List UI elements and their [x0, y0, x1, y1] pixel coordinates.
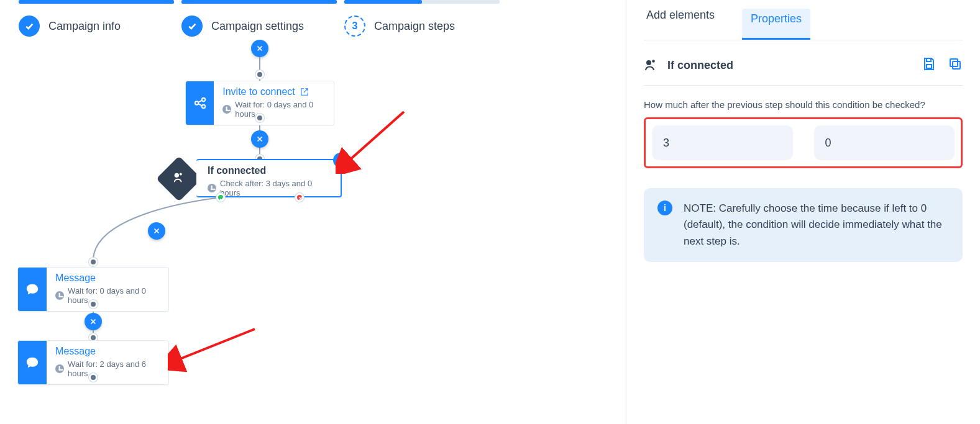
check-icon: [19, 16, 40, 37]
panel-tabs: Add elements Properties: [644, 0, 963, 40]
progress-bar-2: [181, 0, 337, 4]
node-title: Invite to connect: [222, 86, 295, 97]
node-title: Message: [55, 346, 96, 357]
svg-rect-23: [927, 65, 932, 68]
svg-point-21: [646, 60, 651, 65]
progress-bar-3-fg: [344, 0, 422, 4]
chat-icon: [18, 341, 47, 384]
clock-icon: [222, 105, 231, 114]
properties-panel: Add elements Properties If connected How…: [626, 0, 980, 424]
save-icon[interactable]: [922, 56, 936, 74]
node-title: Message: [55, 273, 96, 284]
svg-line-5: [198, 101, 201, 102]
clock-icon: [55, 364, 64, 373]
panel-title: If connected: [667, 59, 733, 72]
clock-icon: [55, 291, 64, 300]
progress-bar-1: [19, 0, 174, 4]
step-number: 3: [344, 16, 365, 37]
note-text: NOTE: Carefully choose the time because …: [684, 201, 949, 250]
condition-icon: [644, 58, 659, 73]
delete-connection-button[interactable]: [85, 313, 102, 330]
node-close-button[interactable]: [333, 153, 348, 168]
days-field: days: [652, 125, 793, 160]
hours-field: hours: [814, 125, 955, 160]
node-subtitle: Wait for: 2 days and 6 hours: [68, 359, 160, 378]
node-subtitle: Wait for: 0 days and 0 hours: [68, 286, 160, 305]
field-question: How much after the previous step should …: [644, 99, 963, 110]
node-if-connected[interactable]: If connected Check after: 3 days and 0 h…: [196, 159, 342, 197]
svg-point-9: [175, 173, 179, 178]
condition-icon: [156, 156, 202, 202]
share-icon: [186, 81, 214, 125]
delete-connection-button[interactable]: [148, 222, 165, 240]
info-icon: i: [657, 201, 672, 215]
node-subtitle: Check after: 3 days and 0 hours: [220, 179, 332, 197]
step-label: Campaign steps: [374, 20, 455, 33]
step-campaign-steps[interactable]: 3 Campaign steps: [344, 16, 455, 37]
port[interactable]: [89, 300, 98, 309]
svg-point-22: [652, 60, 655, 63]
node-subtitle: Wait for: 0 days and 0 hours: [235, 100, 325, 119]
svg-line-19: [348, 112, 404, 161]
delete-connection-button[interactable]: [251, 130, 268, 148]
tab-add-elements[interactable]: Add elements: [644, 9, 717, 40]
check-icon: [181, 16, 203, 37]
svg-rect-24: [953, 61, 960, 69]
port[interactable]: [255, 70, 264, 79]
step-label: Campaign settings: [211, 20, 304, 33]
node-title: If connected: [208, 165, 266, 176]
step-label: Campaign info: [48, 20, 121, 33]
tab-properties[interactable]: Properties: [742, 9, 810, 40]
step-campaign-info[interactable]: Campaign info: [19, 16, 121, 37]
days-input[interactable]: [652, 125, 793, 160]
chat-icon: [18, 268, 47, 311]
port[interactable]: [89, 258, 98, 266]
step-campaign-settings[interactable]: Campaign settings: [181, 16, 304, 37]
time-inputs-highlight: days hours: [644, 117, 963, 168]
svg-line-20: [177, 329, 255, 360]
note-box: i NOTE: Carefully choose the time becaus…: [644, 188, 963, 262]
port-false[interactable]: [295, 193, 304, 202]
copy-icon[interactable]: [948, 56, 963, 74]
port[interactable]: [89, 373, 98, 382]
hours-input[interactable]: [814, 125, 955, 160]
svg-point-10: [180, 173, 182, 175]
svg-rect-25: [950, 59, 958, 66]
clock-icon: [208, 184, 216, 192]
port[interactable]: [255, 114, 264, 122]
svg-line-6: [198, 104, 201, 106]
add-step-button[interactable]: [251, 40, 268, 57]
flow-canvas[interactable]: Campaign info Campaign settings 3 Campai…: [0, 0, 621, 424]
port-true[interactable]: [216, 193, 225, 202]
open-external-icon[interactable]: [300, 88, 309, 96]
